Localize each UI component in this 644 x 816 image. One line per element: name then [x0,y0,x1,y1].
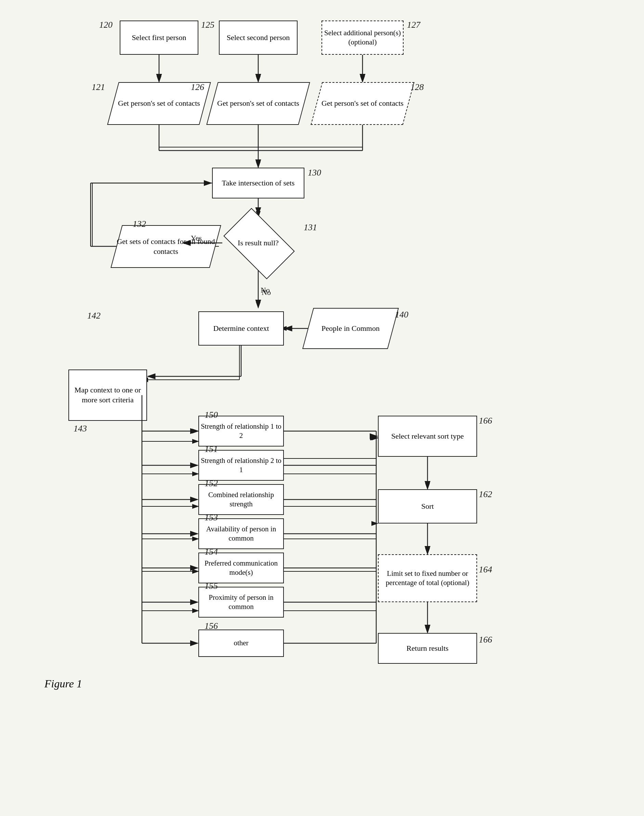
label-152: 152 [204,478,218,489]
label-131: 131 [304,222,317,233]
node-153: Availability of person in common [198,518,284,549]
svg-text:No: No [262,288,271,297]
label-143: 143 [74,424,87,434]
node-151: Strength of relationship 2 to 1 [198,450,284,481]
node-127: Select additional person(s) (optional) [322,20,403,55]
label-162: 162 [479,489,492,499]
label-153: 153 [204,513,218,523]
node-120: Select first person [120,20,198,55]
diagram-container: Yes No [0,0,644,816]
label-140: 140 [395,310,408,320]
label-151: 151 [204,444,218,454]
label-154: 154 [204,547,218,557]
label-121: 121 [92,82,105,92]
node-142: Determine context [198,311,284,346]
node-125: Select second person [219,20,297,55]
node-140: People in Common [308,308,393,349]
node-156: other [198,630,284,657]
node-126: Get person's set of contacts [212,82,304,125]
label-155: 155 [204,581,218,591]
label-120: 120 [99,20,112,30]
svg-text:No: No [261,286,270,294]
label-127: 127 [407,20,420,30]
node-162: Sort [378,489,477,524]
label-130: 130 [308,168,321,178]
node-return-results: Return results [378,633,477,664]
label-125: 125 [201,20,215,30]
figure-label: Figure 1 [44,678,82,690]
node-132: Get sets of contacts for all found conta… [116,225,215,268]
label-150: 150 [204,410,218,420]
label-1666: 166 [479,635,492,645]
label-142: 142 [87,310,101,321]
node-155: Proximity of person in common [198,587,284,618]
label-156: 156 [204,621,218,631]
node-128: Get person's set of contacts [316,82,409,125]
label-126: 126 [191,82,204,92]
label-166: 166 [479,416,492,426]
node-152: Combined relationship strength [198,484,284,515]
node-154: Preferred communication mode(s) [198,553,284,583]
node-150: Strength of relationship 1 to 2 [198,416,284,447]
label-132: 132 [133,219,146,229]
label-128: 128 [410,82,424,92]
node-143: Map context to one or more sort criteria [68,369,147,421]
node-130: Take intersection of sets [212,168,304,198]
node-164: Limit set to fixed number or percentage … [378,554,477,602]
label-164: 164 [479,564,492,575]
node-131: Is result null? [215,215,301,270]
node-166: Select relevant sort type [378,416,477,457]
